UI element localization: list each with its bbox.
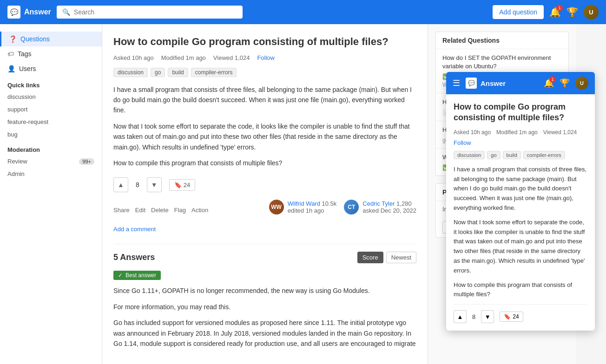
overlay-logo-icon: 💬 xyxy=(466,78,477,89)
editor-avatar: WW xyxy=(269,200,284,214)
overlay-body-p3: How to compile this program that consist… xyxy=(454,280,587,300)
sidebar-item-questions[interactable]: ❓ Questions xyxy=(0,32,102,46)
question-body-p2: Now that I took some effort to separate … xyxy=(113,121,416,152)
overlay-asked: Asked 10h ago xyxy=(454,129,491,136)
overlay-question-title: How to compile Go program consisting of … xyxy=(454,102,587,124)
sort-newest-button[interactable]: Newest xyxy=(386,252,416,263)
vote-down-button[interactable]: ▼ xyxy=(147,177,162,192)
answers-title: 5 Answers xyxy=(113,253,155,262)
asker-action: asked Dec 20, 2022 xyxy=(362,207,416,214)
overlay-vote-row: ▲ 8 ▼ 🔖 24 xyxy=(454,304,587,323)
vote-up-button[interactable]: ▲ xyxy=(113,177,128,192)
answers-sort: Score Newest xyxy=(357,252,416,263)
sidebar-item-users[interactable]: 👤 Users xyxy=(0,61,102,76)
answer-p2: For more information, you may read this. xyxy=(113,302,416,312)
overlay-body: How to compile Go program consisting of … xyxy=(446,94,595,331)
asker-card: CT Cedric Tyler 1,280 asked Dec 20, 2022 xyxy=(344,200,416,214)
sidebar-item-feature-request[interactable]: feature-request xyxy=(0,116,102,128)
overlay-viewed: Viewed 1,024 xyxy=(543,129,577,136)
add-comment-link[interactable]: Add a comment xyxy=(113,226,416,233)
moderation-title: Moderation xyxy=(0,141,102,155)
overlay-tag-build[interactable]: build xyxy=(503,151,521,159)
tags-row: discussion go build compiler-errors xyxy=(113,68,416,77)
sidebar-item-discussion[interactable]: discussion xyxy=(0,91,102,103)
asker-avatar: CT xyxy=(344,200,359,214)
notification-badge: 1 xyxy=(556,5,563,11)
user-avatar[interactable]: U xyxy=(584,5,599,20)
overlay-tag-compiler-errors[interactable]: compiler-errors xyxy=(523,151,565,159)
sidebar-item-bug[interactable]: bug xyxy=(0,128,102,141)
add-question-button[interactable]: Add question xyxy=(493,5,544,19)
hamburger-icon[interactable]: ☰ xyxy=(453,78,460,88)
action-link[interactable]: Action xyxy=(191,207,208,214)
logo[interactable]: 💬 Answer xyxy=(7,6,51,19)
overlay-tag-go[interactable]: go xyxy=(487,151,500,159)
overlay-vote-up-button[interactable]: ▲ xyxy=(454,310,467,323)
sidebar-label-questions: Questions xyxy=(20,35,50,43)
overlay-card: ☰ 💬 Answer 🔔 1 🏆 U How to compile Go pro… xyxy=(446,72,595,331)
overlay-tags: discussion go build compiler-errors xyxy=(454,151,587,159)
sidebar-item-support[interactable]: support xyxy=(0,103,102,116)
related-q-0: How do I SET the GOPATH environment vari… xyxy=(442,54,562,71)
search-icon: 🔍 xyxy=(62,8,70,16)
sidebar-item-review[interactable]: Review 99+ xyxy=(0,155,102,168)
overlay-modified: Modified 1m ago xyxy=(496,129,538,136)
search-input[interactable] xyxy=(74,8,237,16)
overlay-logo: 💬 Answer xyxy=(466,78,506,89)
tag-discussion[interactable]: discussion xyxy=(113,68,148,77)
vote-row: ▲ 8 ▼ 🔖 24 xyxy=(113,177,416,192)
asker-name[interactable]: Cedric Tyler xyxy=(362,200,395,207)
question-body: I have a small program that consists of … xyxy=(113,84,416,169)
editor-name[interactable]: Wilfrid Ward xyxy=(288,200,320,207)
question-body-p3: How to compile this program that consist… xyxy=(113,158,416,168)
answer-p3: Go has included support for versioned mo… xyxy=(113,318,416,349)
overlay-vote-count: 8 xyxy=(469,313,478,320)
editor-action: edited 1h ago xyxy=(288,207,324,214)
question-body-p1: I have a small program that consists of … xyxy=(113,84,416,116)
tag-compiler-errors[interactable]: compiler-errors xyxy=(191,68,237,77)
question-title: How to compile Go program consisting of … xyxy=(113,35,416,49)
answer-p1: Since Go 1.11+, GOPATH is no longer reco… xyxy=(113,286,416,296)
overlay-header: ☰ 💬 Answer 🔔 1 🏆 U xyxy=(446,72,595,94)
editor-rep: 10.5k xyxy=(322,200,337,207)
edit-link[interactable]: Edit xyxy=(135,207,145,214)
bookmark-button[interactable]: 🔖 24 xyxy=(169,179,195,191)
overlay-body-p2: Now that I took some effort to separate … xyxy=(454,218,587,276)
overlay-notification-icon[interactable]: 🔔 1 xyxy=(544,78,554,88)
user-cards: WW Wilfrid Ward 10.5k edited 1h ago CT C… xyxy=(269,200,416,214)
overlay-follow-link[interactable]: Follow xyxy=(454,139,587,146)
logo-text: Answer xyxy=(24,8,51,16)
tag-go[interactable]: go xyxy=(151,68,165,77)
sidebar-item-tags[interactable]: 🏷 Tags xyxy=(0,46,102,61)
follow-link[interactable]: Follow xyxy=(257,54,275,61)
asker-rep: 1,280 xyxy=(396,200,412,207)
review-label: Review xyxy=(7,158,27,165)
tag-build[interactable]: build xyxy=(168,68,188,77)
sidebar-label-users: Users xyxy=(19,65,36,72)
checkmark-icon: ✓ xyxy=(118,272,123,279)
overlay-avatar[interactable]: U xyxy=(575,77,588,90)
answers-header: 5 Answers Score Newest xyxy=(113,244,416,263)
sort-score-button[interactable]: Score xyxy=(357,252,383,263)
sidebar: ❓ Questions 🏷 Tags 👤 Users Quick links d… xyxy=(0,24,102,364)
flag-link[interactable]: Flag xyxy=(174,207,186,214)
bookmark-icon: 🔖 xyxy=(174,182,182,188)
app-header: 💬 Answer 🔍 Add question 🔔 1 🏆 U xyxy=(0,0,606,24)
trophy-icon[interactable]: 🏆 xyxy=(566,6,578,18)
modified-time: Modified 1m ago xyxy=(161,54,206,61)
tags-icon: 🏷 xyxy=(7,50,14,58)
delete-link[interactable]: Delete xyxy=(151,207,169,214)
viewed-count: Viewed 1,024 xyxy=(213,54,250,61)
overlay-trophy-icon[interactable]: 🏆 xyxy=(560,78,570,88)
answer-body: Since Go 1.11+, GOPATH is no longer reco… xyxy=(113,286,416,349)
overlay-vote-down-button[interactable]: ▼ xyxy=(481,310,494,323)
notification-icon[interactable]: 🔔 1 xyxy=(549,6,561,18)
overlay-bookmark-button[interactable]: 🔖 24 xyxy=(500,312,523,322)
share-link[interactable]: Share xyxy=(113,207,130,214)
overlay-tag-discussion[interactable]: discussion xyxy=(454,151,485,159)
best-answer-label: Best answer xyxy=(125,272,156,279)
action-row: Share Edit Delete Flag Action WW Wilfrid… xyxy=(113,200,416,220)
questions-icon: ❓ xyxy=(9,35,17,43)
search-bar[interactable]: 🔍 xyxy=(57,6,243,19)
sidebar-item-admin[interactable]: Admin xyxy=(0,168,102,180)
